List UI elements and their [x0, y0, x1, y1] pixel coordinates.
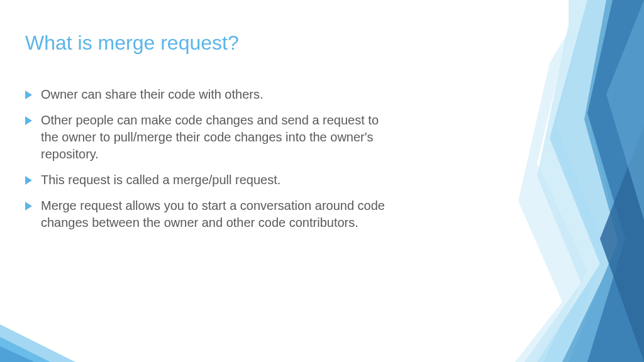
bullet-text: Merge request allows you to start a conv…: [41, 197, 390, 231]
bullet-text: Other people can make code changes and s…: [41, 112, 390, 163]
list-item: This request is called a merge/pull requ…: [25, 172, 390, 189]
bullet-icon: [25, 176, 32, 185]
list-item: Other people can make code changes and s…: [25, 112, 390, 163]
bullet-text: This request is called a merge/pull requ…: [41, 172, 390, 189]
bullet-icon: [25, 90, 32, 99]
bullet-icon: [25, 116, 32, 125]
bullet-text: Owner can share their code with others.: [41, 86, 390, 103]
bullet-icon: [25, 202, 32, 211]
bullet-list: Owner can share their code with others. …: [25, 86, 390, 231]
slide-content: What is merge request? Owner can share t…: [0, 0, 428, 265]
slide-title: What is merge request?: [25, 31, 390, 55]
slide-decoration-bottom-left: [0, 299, 88, 362]
slide-decoration-right: [424, 0, 644, 362]
list-item: Owner can share their code with others.: [25, 86, 390, 103]
list-item: Merge request allows you to start a conv…: [25, 197, 390, 231]
